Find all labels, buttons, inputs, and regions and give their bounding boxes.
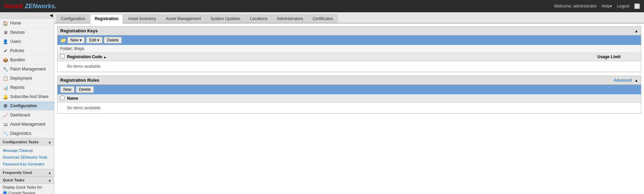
quick-task-radio[interactable] bbox=[3, 191, 7, 194]
nav-icon: 👤 bbox=[3, 39, 8, 44]
sidebar-item-patch-management[interactable]: 🔧Patch Management bbox=[0, 65, 54, 74]
advanced-link[interactable]: Advanced bbox=[614, 78, 632, 83]
nav-label: Users bbox=[10, 39, 21, 44]
quick-task-radio-row: Current Session bbox=[3, 191, 51, 194]
sidebar-item-dashboard[interactable]: 📈Dashboard bbox=[0, 111, 54, 120]
nav-label: Home bbox=[10, 21, 21, 26]
header: Novell. ZENworks. Welcome, administrator… bbox=[0, 0, 644, 12]
reg-keys-edit-button[interactable]: Edit ▾ bbox=[86, 37, 102, 44]
frequently-used-section: Frequently Used ▲ bbox=[0, 169, 54, 176]
frequently-used-header: Frequently Used bbox=[3, 171, 32, 175]
name-col-label: Name bbox=[67, 96, 78, 101]
reg-keys-no-items: No items available. bbox=[57, 61, 641, 72]
registration-keys-title: Registration Keys bbox=[60, 28, 98, 33]
quick-tasks-toggle[interactable]: ▲ bbox=[48, 178, 51, 182]
config-task-links: Message CleanupDownload ZENworks ToolsPa… bbox=[0, 146, 54, 169]
sidebar-item-configuration[interactable]: ⚙Configuration bbox=[0, 101, 54, 111]
welcome-text: Welcome, administrator bbox=[554, 4, 597, 9]
nav-icon: 📦 bbox=[3, 57, 8, 63]
reg-rules-delete-button[interactable]: Delete bbox=[76, 86, 94, 93]
nav-icon: 🔧 bbox=[3, 66, 8, 72]
nav-label: Subscribe And Share bbox=[10, 94, 49, 99]
registration-rules-header: Registration Rules Advanced ▲ bbox=[57, 76, 641, 85]
content-area: Registration Keys ▲ 📁 New ▾ Edit ▾ Delet… bbox=[54, 23, 644, 120]
quick-tasks-body: Display Quick Tasks for: Current Session… bbox=[0, 184, 54, 194]
nav-label: Patch Management bbox=[10, 67, 46, 71]
nav-icon: ⚙ bbox=[3, 103, 8, 109]
tab-administrators[interactable]: Administrators bbox=[273, 14, 308, 23]
config-task-link[interactable]: Message Cleanup bbox=[3, 148, 33, 152]
reg-keys-new-button[interactable]: New ▾ bbox=[67, 37, 85, 44]
sidebar-item-users[interactable]: 👤Users bbox=[0, 37, 54, 46]
reg-code-col-label: Registration Code bbox=[67, 54, 102, 59]
config-tasks-section: Configuration Tasks ▲ bbox=[0, 138, 54, 146]
sidebar-item-policies[interactable]: ✔Policies bbox=[0, 46, 54, 55]
registration-keys-header: Registration Keys ▲ bbox=[57, 27, 641, 35]
reg-rules-new-button[interactable]: New bbox=[60, 86, 75, 93]
quick-task-label: Current Session bbox=[9, 191, 35, 194]
config-tasks-header: Configuration Tasks bbox=[3, 140, 39, 144]
reg-rules-select-all[interactable] bbox=[60, 96, 65, 100]
sidebar-item-deployment[interactable]: 📋Deployment bbox=[0, 74, 54, 83]
panel-header-right: Advanced ▲ bbox=[614, 78, 638, 83]
registration-keys-collapse[interactable]: ▲ bbox=[634, 29, 638, 33]
nav-label: Deployment bbox=[10, 76, 32, 81]
nav-icon: 📉 bbox=[3, 131, 8, 136]
nav-label: Diagnostics bbox=[10, 131, 31, 136]
sidebar: ◀ 🏠Home🖥Devices👤Users✔Policies📦Bundles🔧P… bbox=[0, 12, 54, 194]
tab-certificates[interactable]: Certificates bbox=[308, 14, 337, 23]
tab-asset-inventory[interactable]: Asset Inventory bbox=[123, 14, 161, 23]
reg-keys-select-all[interactable] bbox=[60, 54, 65, 59]
tab-registration[interactable]: Registration bbox=[90, 14, 123, 23]
nav-icon: 🔔 bbox=[3, 94, 8, 99]
registration-keys-panel: Registration Keys ▲ 📁 New ▾ Edit ▾ Delet… bbox=[57, 26, 641, 72]
nav-icon: 📈 bbox=[3, 112, 8, 118]
sidebar-toggle[interactable]: ◀ bbox=[0, 12, 54, 19]
tab-locations[interactable]: Locations bbox=[246, 14, 272, 23]
nav-icon: 📊 bbox=[3, 85, 8, 90]
registration-rules-title: Registration Rules bbox=[60, 78, 99, 83]
config-task-link[interactable]: Download ZENworks Tools bbox=[3, 155, 47, 159]
help-link[interactable]: Help▾ bbox=[602, 4, 612, 9]
logout-link[interactable]: Logout bbox=[617, 4, 629, 9]
sidebar-item-subscribe-and-share[interactable]: 🔔Subscribe And Share bbox=[0, 92, 54, 101]
maximize-icon[interactable]: ⬜ bbox=[634, 3, 640, 9]
nav-icon: 🏠 bbox=[3, 20, 8, 26]
config-task-item: Download ZENworks Tools bbox=[3, 154, 51, 161]
registration-rules-panel: Registration Rules Advanced ▲ New Delete… bbox=[57, 76, 641, 114]
tab-configuration[interactable]: Configuration bbox=[56, 14, 89, 23]
sidebar-item-bundles[interactable]: 📦Bundles bbox=[0, 55, 54, 65]
nav-icon: ✔ bbox=[3, 48, 8, 53]
logo-zenworks: ZENworks. bbox=[25, 3, 56, 10]
nav-label: Policies bbox=[10, 48, 24, 53]
folder-path: Folder: /Keys bbox=[60, 46, 84, 51]
nav-icon: 🖥 bbox=[3, 30, 8, 35]
nav-label: Devices bbox=[10, 30, 25, 35]
sidebar-item-diagnostics[interactable]: 📉Diagnostics bbox=[0, 129, 54, 138]
tab-asset-management[interactable]: Asset Management bbox=[161, 14, 205, 23]
sidebar-nav: 🏠Home🖥Devices👤Users✔Policies📦Bundles🔧Pat… bbox=[0, 19, 54, 138]
sidebar-item-devices[interactable]: 🖥Devices bbox=[0, 28, 54, 37]
reg-rules-table-header: Name bbox=[57, 94, 641, 103]
folder-bar: Folder: /Keys bbox=[57, 45, 641, 53]
registration-rules-collapse[interactable]: ▲ bbox=[634, 78, 638, 82]
reg-keys-delete-button[interactable]: Delete bbox=[104, 37, 122, 44]
nav-icon: 📋 bbox=[3, 76, 8, 81]
nav-label: Dashboard bbox=[10, 113, 30, 117]
header-right: Welcome, administrator Help▾ Logout ⬜ bbox=[554, 3, 640, 9]
registration-keys-toolbar: 📁 New ▾ Edit ▾ Delete bbox=[57, 35, 641, 45]
sidebar-item-asset-management[interactable]: 🗂Asset Management bbox=[0, 120, 54, 129]
sort-icon[interactable]: ▲ bbox=[103, 55, 106, 59]
quick-tasks-section-header: Quick Tasks ▲ bbox=[0, 176, 54, 184]
folder-icon: 📁 bbox=[60, 37, 66, 43]
sidebar-item-reports[interactable]: 📊Reports bbox=[0, 83, 54, 92]
nav-icon: 🗂 bbox=[3, 122, 8, 127]
reg-rules-no-items: No items available. bbox=[57, 103, 641, 113]
sidebar-item-home[interactable]: 🏠Home bbox=[0, 19, 54, 28]
tab-system-updates[interactable]: System Updates bbox=[206, 14, 245, 23]
config-tasks-toggle[interactable]: ▲ bbox=[48, 140, 51, 144]
nav-label: Reports bbox=[10, 85, 24, 90]
frequently-used-toggle[interactable]: ▲ bbox=[48, 171, 51, 175]
sidebar-toggle-icon: ◀ bbox=[50, 13, 53, 18]
config-task-link[interactable]: Password Key Generator bbox=[3, 162, 45, 166]
